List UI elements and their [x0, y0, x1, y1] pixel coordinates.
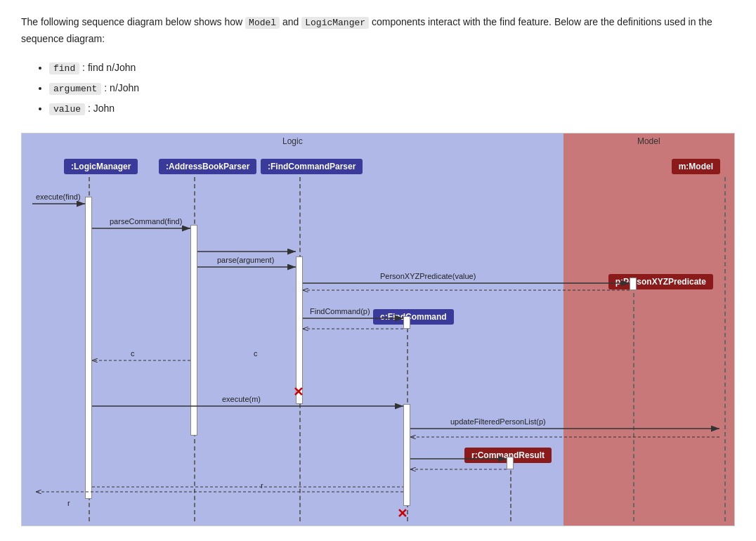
execute-m-label: execute(m) [222, 395, 261, 403]
p-personpred-vline [633, 293, 634, 521]
findcommand-p-label: FindCommand(p) [310, 307, 370, 315]
model-section: Model [563, 133, 734, 526]
r-return1-label: r [261, 481, 263, 490]
find-separator: : find n/John [82, 62, 136, 73]
addressbookparser-actbox [190, 225, 197, 436]
sequence-diagram: Logic Model :LogicManager :AddressBookPa… [21, 133, 735, 526]
intro-text1: The following sequence diagram below sho… [21, 16, 242, 27]
value-separator: : John [88, 103, 115, 114]
definitions-list: find : find n/John argument : n/John val… [49, 58, 735, 119]
addressbookparser-lifeline-box: :AddressBookParser [159, 159, 256, 174]
p-personpredicate-lifeline-box: p:PersonXYZPredicate [608, 274, 713, 289]
find-keyword: find [49, 63, 79, 74]
personxyzpredicate-label: PersonXYZPredicate(value) [380, 272, 476, 280]
m-model-lifeline-box: m:Model [672, 159, 720, 174]
findcmd-execute-actbox [403, 404, 410, 506]
findcommandparser-lifeline-box: :FindCommandParser [261, 159, 363, 174]
list-item-argument: argument : n/John [49, 78, 735, 98]
personpred-actbox [630, 278, 637, 290]
findcmdparser-destruction: ✕ [293, 384, 304, 400]
parsecommand-label: parseCommand(find) [110, 217, 182, 226]
c-return1-label: c [254, 349, 258, 358]
c-return2-label: c [131, 349, 135, 358]
parse-argument-label: parse(argument) [217, 256, 274, 264]
list-item-value: value : John [49, 98, 735, 119]
r-cmdresult-vline [510, 464, 511, 521]
m-model-vline [724, 177, 726, 521]
cmdresult-actbox [507, 457, 514, 469]
updatefilteredpersonlist-label: updateFilteredPersonList(p) [450, 417, 546, 426]
logic-section: Logic [22, 133, 563, 526]
logicmanger-code: LogicManger [301, 17, 369, 29]
c-findcommand-lifeline-box: c:FindCommand [373, 309, 454, 325]
argument-separator: : n/John [104, 82, 139, 93]
value-keyword: value [49, 103, 85, 115]
execute-find-label: execute(find) [36, 193, 81, 201]
intro-paragraph: The following sequence diagram below sho… [21, 14, 735, 46]
model-code: Model [245, 17, 280, 29]
intro-text2: and [282, 16, 299, 27]
logic-label: Logic [22, 133, 563, 149]
model-label: Model [563, 133, 734, 149]
logicmanager-lifeline-box: :LogicManager [64, 159, 138, 174]
findcmdparser-actbox [296, 256, 303, 404]
argument-keyword: argument [49, 83, 101, 95]
list-item-find: find : find n/John [49, 58, 735, 78]
findcmd-actbox [403, 316, 410, 329]
findcmd-destruction: ✕ [397, 506, 408, 521]
r-return2-label: r [67, 499, 70, 507]
logicmanager-actbox [85, 197, 92, 499]
